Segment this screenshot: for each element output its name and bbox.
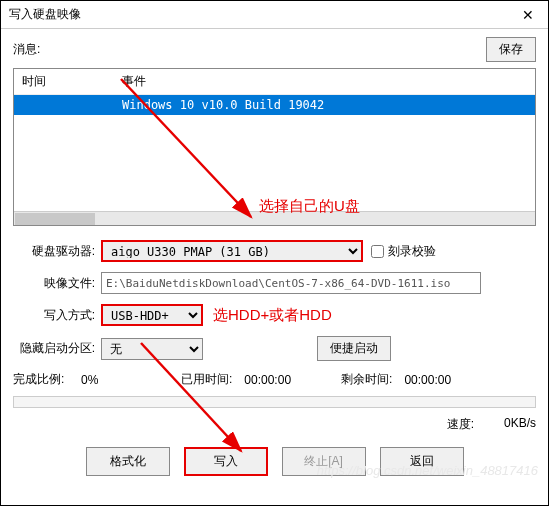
progress-row: 完成比例: 0% 已用时间: 00:00:00 剩余时间: 00:00:00 [13,371,536,388]
close-icon: ✕ [522,7,534,23]
col-time-header: 时间 [22,73,122,90]
message-row: 消息: 保存 [13,37,536,62]
progress-bar [13,396,536,408]
elapsed-label: 已用时间: [181,371,232,388]
event-text: Windows 10 v10.0 Build 19042 [122,98,527,112]
format-button[interactable]: 格式化 [86,447,170,476]
titlebar: 写入硬盘映像 ✕ [1,1,548,29]
col-event-header: 事件 [122,73,527,90]
hide-label: 隐藏启动分区: [13,340,101,357]
file-label: 映像文件: [13,275,101,292]
done-value: 0% [81,373,151,387]
elapsed-value: 00:00:00 [244,373,291,387]
annotation-select-mode: 选HDD+或者HDD [213,306,332,325]
event-row[interactable]: Windows 10 v10.0 Build 19042 [14,95,535,115]
done-label: 完成比例: [13,371,81,388]
verify-text: 刻录校验 [388,243,436,260]
dialog-window: 写入硬盘映像 ✕ 消息: 保存 时间 事件 Windows 10 v10.0 B… [0,0,549,506]
disk-drive-select[interactable]: aigo U330 PMAP (31 GB) [101,240,363,262]
save-button[interactable]: 保存 [486,37,536,62]
hide-row: 隐藏启动分区: 无 便捷启动 [13,336,536,361]
window-title: 写入硬盘映像 [9,6,81,23]
mode-label: 写入方式: [13,307,101,324]
verify-checkbox-label[interactable]: 刻录校验 [371,243,436,260]
mode-row: 写入方式: USB-HDD+ 选HDD+或者HDD [13,304,536,326]
remain-label: 剩余时间: [341,371,392,388]
verify-checkbox[interactable] [371,245,384,258]
scrollbar-thumb[interactable] [15,213,95,225]
speed-value: 0KB/s [504,416,536,433]
file-row: 映像文件: [13,272,536,294]
content-area: 消息: 保存 时间 事件 Windows 10 v10.0 Build 1904… [1,29,548,484]
watermark: https://blog.csdn.net/weixin_48817416 [317,463,538,478]
write-mode-select[interactable]: USB-HDD+ [101,304,203,326]
hide-boot-select[interactable]: 无 [101,338,203,360]
speed-row: 速度: 0KB/s [13,416,536,433]
annotation-select-usb: 选择自己的U盘 [259,197,360,216]
image-file-input[interactable] [101,272,481,294]
disk-row: 硬盘驱动器: aigo U330 PMAP (31 GB) 刻录校验 [13,240,536,262]
event-header: 时间 事件 [14,69,535,95]
close-button[interactable]: ✕ [508,1,548,29]
speed-label: 速度: [447,416,474,433]
write-button[interactable]: 写入 [184,447,268,476]
form-area: 硬盘驱动器: aigo U330 PMAP (31 GB) 刻录校验 映像文件:… [13,240,536,361]
remain-value: 00:00:00 [404,373,451,387]
event-time [22,98,122,112]
convenient-boot-button[interactable]: 便捷启动 [317,336,391,361]
disk-label: 硬盘驱动器: [13,243,101,260]
message-label: 消息: [13,41,40,58]
